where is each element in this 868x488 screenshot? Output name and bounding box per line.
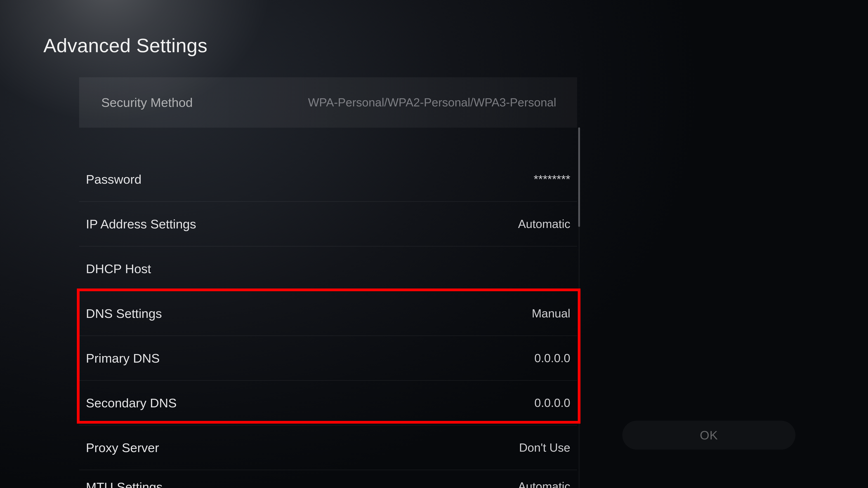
ok-button-label: OK xyxy=(700,428,718,442)
row-primary-dns[interactable]: Primary DNS 0.0.0.0 xyxy=(79,336,577,381)
row-proxy-server[interactable]: Proxy Server Don't Use xyxy=(79,425,577,470)
secondary-dns-label: Secondary DNS xyxy=(86,396,177,410)
row-mtu-settings[interactable]: MTU Settings Automatic xyxy=(79,470,577,488)
proxy-server-label: Proxy Server xyxy=(86,440,159,455)
password-value: ******** xyxy=(534,172,570,186)
proxy-server-value: Don't Use xyxy=(519,441,570,454)
security-method-value: WPA-Personal/WPA2-Personal/WPA3-Personal xyxy=(308,96,556,109)
screen: Advanced Settings Security Method WPA-Pe… xyxy=(0,0,868,488)
row-secondary-dns[interactable]: Secondary DNS 0.0.0.0 xyxy=(79,381,577,425)
dhcp-host-label: DHCP Host xyxy=(86,261,151,276)
password-label: Password xyxy=(86,172,142,187)
settings-panel: Security Method WPA-Personal/WPA2-Person… xyxy=(79,77,577,488)
row-security-method[interactable]: Security Method WPA-Personal/WPA2-Person… xyxy=(79,77,577,128)
row-ip-address-settings[interactable]: IP Address Settings Automatic xyxy=(79,202,577,247)
row-dns-settings[interactable]: DNS Settings Manual xyxy=(79,291,577,336)
dns-settings-label: DNS Settings xyxy=(86,306,162,321)
mtu-settings-value: Automatic xyxy=(518,480,570,488)
row-dhcp-host[interactable]: DHCP Host xyxy=(79,247,577,291)
secondary-dns-value: 0.0.0.0 xyxy=(534,396,570,410)
ip-settings-label: IP Address Settings xyxy=(86,217,196,231)
primary-dns-value: 0.0.0.0 xyxy=(534,351,570,365)
row-password[interactable]: Password ******** xyxy=(79,157,577,202)
primary-dns-label: Primary DNS xyxy=(86,351,160,365)
page-title: Advanced Settings xyxy=(43,34,208,57)
dns-settings-value: Manual xyxy=(532,306,570,320)
security-method-label: Security Method xyxy=(101,95,193,110)
section-gap xyxy=(79,128,577,157)
ip-settings-value: Automatic xyxy=(518,217,570,231)
ok-button[interactable]: OK xyxy=(622,421,796,450)
mtu-settings-label: MTU Settings xyxy=(86,480,162,488)
scrollbar-thumb[interactable] xyxy=(578,127,580,227)
